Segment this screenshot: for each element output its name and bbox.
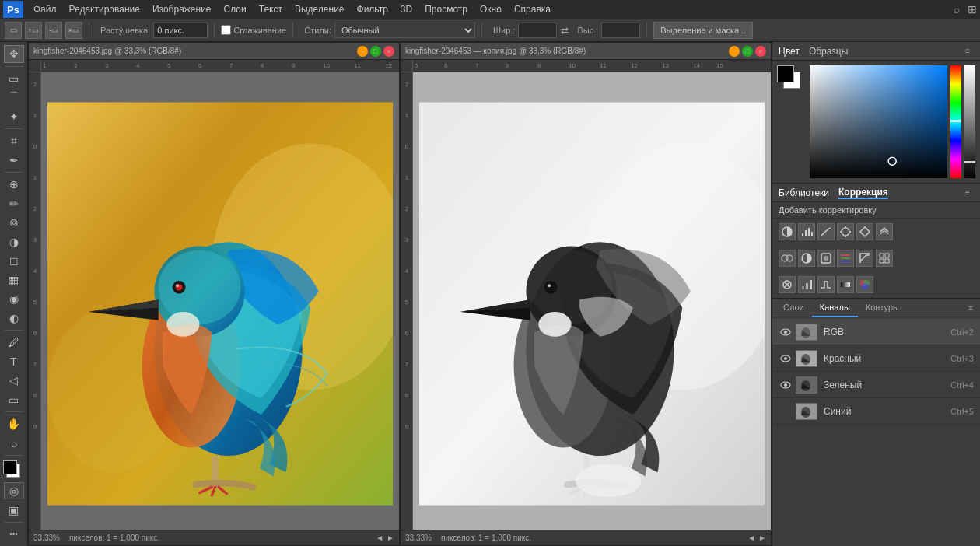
- corr-photo-filter[interactable]: [817, 250, 835, 267]
- toolbar-rect-select[interactable]: ▭: [5, 22, 22, 39]
- tool-magic-wand[interactable]: ✦: [4, 107, 24, 125]
- doc-canvas-2[interactable]: [413, 72, 771, 530]
- channel-row-green[interactable]: Зеленый Ctrl+4: [772, 372, 980, 398]
- tool-type[interactable]: T: [4, 352, 24, 370]
- doc-nav-prev-2[interactable]: ◄: [747, 534, 755, 542]
- height-input[interactable]: [601, 23, 640, 38]
- feather-input[interactable]: [153, 23, 208, 38]
- menu-text[interactable]: Текст: [254, 2, 288, 16]
- menu-select[interactable]: Выделение: [289, 2, 350, 16]
- correction-panel-menu[interactable]: ≡: [961, 187, 974, 199]
- tab-color[interactable]: Цвет: [779, 46, 800, 57]
- toolbar-intersect-select[interactable]: ×▭: [65, 22, 82, 39]
- color-panel-menu[interactable]: ≡: [961, 45, 974, 58]
- channel-visibility-red[interactable]: [779, 352, 793, 366]
- corr-grid[interactable]: [876, 250, 893, 267]
- doc-nav-next-1[interactable]: ►: [387, 534, 394, 542]
- tool-blur[interactable]: ◉: [4, 290, 24, 308]
- corr-hsl[interactable]: [876, 223, 893, 240]
- ruler-corner-2: [401, 60, 413, 72]
- tab-libraries[interactable]: Библиотеки: [779, 187, 829, 198]
- tab-channels[interactable]: Каналы: [812, 299, 858, 317]
- doc-minimize-2[interactable]: -: [729, 46, 740, 57]
- menu-layers[interactable]: Слои: [219, 2, 252, 16]
- brightness-bar[interactable]: [964, 65, 975, 178]
- mask-button[interactable]: Выделение и маска...: [653, 22, 753, 39]
- tool-move[interactable]: ✥: [4, 45, 24, 63]
- menu-window[interactable]: Окно: [474, 2, 507, 16]
- corr-threshold[interactable]: [817, 276, 835, 293]
- corr-color-lookup[interactable]: [856, 250, 873, 267]
- style-select[interactable]: Обычный Фиксированное соотношение Фиксир…: [334, 23, 475, 38]
- doc-close-2[interactable]: ×: [755, 46, 766, 57]
- tool-heal[interactable]: ⊕: [4, 176, 24, 194]
- corr-vibrance[interactable]: [856, 223, 873, 240]
- tab-contours[interactable]: Контуры: [858, 299, 907, 317]
- channel-row-blue[interactable]: Синий Ctrl+5: [772, 398, 980, 425]
- corr-curves[interactable]: [817, 223, 835, 240]
- svg-text:11: 11: [600, 62, 607, 69]
- channel-row-red[interactable]: Красный Ctrl+3: [772, 345, 980, 372]
- tool-stamp[interactable]: ⊚: [4, 214, 24, 232]
- tab-correction[interactable]: Коррекция: [838, 187, 888, 199]
- menu-3d[interactable]: 3D: [395, 2, 418, 16]
- corr-brightness-contrast[interactable]: [779, 223, 796, 240]
- channel-visibility-green[interactable]: [779, 378, 793, 392]
- hue-bar[interactable]: [950, 65, 961, 178]
- tool-select-rect[interactable]: ▭: [4, 69, 24, 87]
- fg-color-swatch[interactable]: [3, 460, 17, 474]
- corr-bw[interactable]: [798, 250, 815, 267]
- doc-maximize-1[interactable]: □: [370, 46, 381, 57]
- doc-maximize-2[interactable]: □: [742, 46, 753, 57]
- smooth-checkbox[interactable]: [221, 25, 231, 35]
- toolbar-add-select[interactable]: +▭: [25, 22, 42, 39]
- menu-help[interactable]: Справка: [509, 2, 556, 16]
- doc-nav-prev-1[interactable]: ◄: [376, 534, 383, 542]
- corr-exposure[interactable]: [837, 223, 854, 240]
- corr-channel-mixer[interactable]: [837, 250, 854, 267]
- menu-file[interactable]: Файл: [28, 2, 62, 16]
- doc-close-1[interactable]: ×: [383, 46, 394, 57]
- corr-gradient-map[interactable]: [837, 276, 854, 293]
- corr-selective-color[interactable]: [856, 276, 873, 293]
- doc-nav-next-2[interactable]: ►: [758, 534, 766, 542]
- workspace-icon[interactable]: ⊞: [968, 3, 977, 16]
- tool-dodge[interactable]: ◐: [4, 309, 24, 327]
- doc-minimize-1[interactable]: -: [357, 46, 368, 57]
- channel-row-rgb[interactable]: RGB Ctrl+2: [772, 319, 980, 345]
- panel-tabs-menu[interactable]: ≡: [964, 302, 977, 314]
- tool-quick-mask[interactable]: ◎: [4, 482, 24, 500]
- color-spectrum[interactable]: [810, 65, 947, 178]
- menu-filter[interactable]: Фильтр: [352, 2, 394, 16]
- tool-crop[interactable]: ⌗: [4, 132, 24, 150]
- width-input[interactable]: [518, 23, 557, 38]
- tool-brush[interactable]: ✏: [4, 194, 24, 212]
- tool-hand[interactable]: ✋: [4, 415, 24, 433]
- search-icon[interactable]: ⌕: [954, 3, 960, 16]
- corr-color-balance[interactable]: [779, 250, 796, 267]
- toolbar-sub-select[interactable]: -▭: [45, 22, 62, 39]
- menu-edit[interactable]: Редактирование: [64, 2, 145, 16]
- tool-gradient[interactable]: ▦: [4, 271, 24, 289]
- tool-eyedropper[interactable]: ✒: [4, 151, 24, 169]
- fg-color-panel-swatch[interactable]: [777, 65, 794, 82]
- tool-pen[interactable]: 🖊: [4, 334, 24, 352]
- menu-image[interactable]: Изображение: [147, 2, 217, 16]
- menu-view[interactable]: Просмотр: [419, 2, 473, 16]
- corr-posterize[interactable]: [798, 276, 815, 293]
- swap-icon[interactable]: ⇄: [560, 23, 569, 38]
- channel-visibility-rgb[interactable]: [779, 325, 793, 339]
- tool-history-brush[interactable]: ◑: [4, 233, 24, 250]
- tool-eraser[interactable]: ◻: [4, 252, 24, 270]
- tool-lasso[interactable]: ⌒: [4, 89, 24, 107]
- tool-path-select[interactable]: ◁: [4, 372, 24, 390]
- corr-invert[interactable]: [779, 276, 796, 293]
- tool-screen-mode[interactable]: ▣: [4, 501, 24, 519]
- tab-swatches[interactable]: Образцы: [809, 46, 848, 57]
- tab-layers[interactable]: Слои: [775, 299, 812, 317]
- tool-zoom[interactable]: ⌕: [4, 434, 24, 452]
- corr-levels[interactable]: [798, 223, 815, 240]
- tool-shape[interactable]: ▭: [4, 390, 24, 408]
- tool-more[interactable]: •••: [4, 526, 24, 544]
- doc-canvas-1[interactable]: [41, 72, 399, 530]
